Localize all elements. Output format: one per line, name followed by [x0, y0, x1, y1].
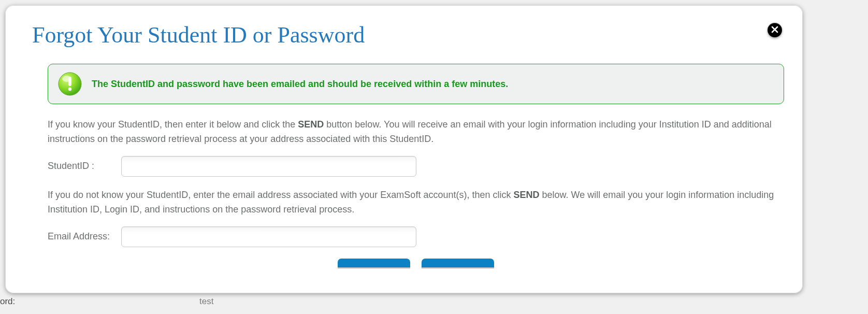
close-button[interactable] [768, 23, 782, 37]
studentid-label: StudentID : [48, 161, 117, 172]
backdrop-fragment-mid: test [199, 296, 213, 307]
svg-rect-4 [68, 77, 71, 86]
send-keyword: SEND [298, 119, 324, 130]
studentid-row: StudentID : [48, 156, 784, 177]
primary-button-right[interactable] [422, 259, 494, 268]
instructions-studentid: If you know your StudentID, then enter i… [48, 118, 784, 147]
close-icon [771, 26, 778, 35]
modal-title: Forgot Your Student ID or Password [32, 22, 784, 48]
backdrop-fragment-left: ord: [0, 296, 15, 307]
success-exclamation-icon [57, 72, 82, 96]
email-label: Email Address: [48, 231, 117, 242]
forgot-password-modal: Forgot Your Student ID or Password [5, 5, 803, 293]
text-fragment: If you do not know your StudentID, enter… [48, 190, 513, 200]
instructions-email: If you do not know your StudentID, enter… [48, 188, 784, 217]
studentid-input[interactable] [121, 156, 416, 177]
text-fragment: If you know your StudentID, then enter i… [48, 119, 298, 130]
email-row: Email Address: [48, 226, 784, 247]
email-input[interactable] [121, 226, 416, 247]
success-alert: The StudentID and password have been ema… [48, 64, 784, 104]
success-alert-message: The StudentID and password have been ema… [92, 79, 508, 90]
button-row [48, 259, 784, 268]
send-keyword: SEND [513, 190, 539, 200]
primary-button-left[interactable] [338, 259, 410, 268]
svg-point-5 [68, 88, 71, 91]
